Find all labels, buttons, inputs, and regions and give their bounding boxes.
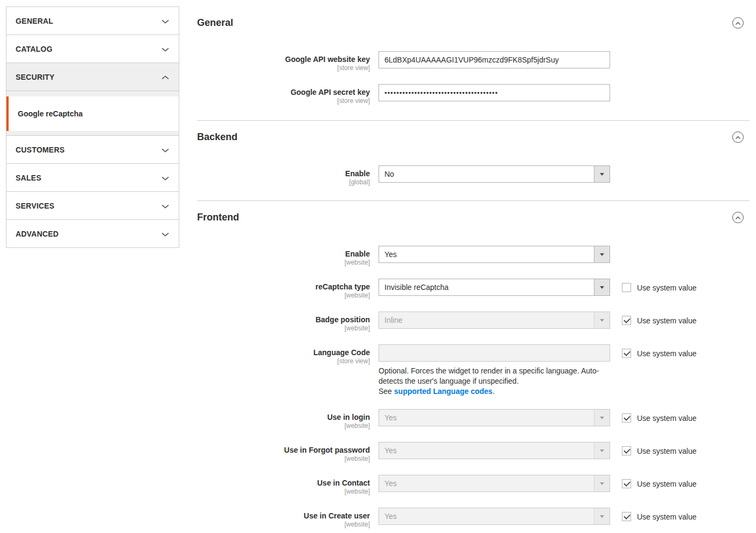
field-note: Optional. Forces the widget to render in… (379, 366, 614, 397)
field-scope: [website] (197, 521, 370, 528)
select-value: Yes (384, 250, 397, 259)
dropdown-arrow-icon (594, 442, 610, 459)
sidebar-section-label: SALES (16, 174, 41, 182)
field-label: Badge position (197, 315, 370, 324)
field-label: Use in Create user (197, 511, 370, 520)
field-row: Use in Create user [website] Yes Use sys… (197, 508, 750, 528)
section-backend: Backend Enable [global] No (197, 121, 750, 201)
field-row: Use in Forgot password [website] Yes Use… (197, 442, 750, 462)
use-system-value-checkbox[interactable] (622, 413, 631, 423)
dropdown-arrow-icon (594, 312, 610, 328)
select-value: Yes (384, 512, 397, 521)
collapse-section-button[interactable] (732, 17, 744, 29)
field-row: Google API secret key [store view] (197, 84, 750, 105)
chevron-down-icon (162, 145, 169, 155)
note-suffix: . (493, 387, 495, 396)
use-in-create-user-select: Yes (379, 508, 610, 525)
field-scope: [website] (197, 455, 370, 462)
sidebar-section-sales[interactable]: SALES (6, 164, 179, 192)
field-row: Badge position [website] Inline Use syst… (197, 312, 750, 332)
field-label: Google API website key (197, 55, 370, 64)
sidebar-item-label: Google reCaptcha (18, 109, 83, 118)
field-scope: [store view] (197, 357, 370, 365)
sidebar-section-customers[interactable]: CUSTOMERS (6, 136, 179, 164)
google-api-secret-key-input[interactable] (379, 84, 610, 101)
sidebar-section-label: CUSTOMERS (16, 146, 65, 154)
use-system-value-checkbox[interactable] (622, 446, 631, 455)
field-row: reCaptcha type [website] Invisible reCap… (197, 279, 750, 299)
field-row: Use in login [website] Yes Use system va… (197, 409, 750, 430)
use-system-value-checkbox[interactable] (622, 479, 631, 488)
select-value: Invisible reCaptcha (384, 283, 449, 292)
sidebar-section-label: SECURITY (16, 73, 54, 81)
sidebar-section-security[interactable]: SECURITY (6, 63, 179, 91)
use-system-value-checkbox[interactable] (622, 349, 631, 358)
section-title-backend: Backend (197, 130, 237, 143)
chevron-up-icon (735, 132, 741, 142)
field-scope: [website] (197, 488, 370, 495)
field-scope: [website] (197, 324, 370, 332)
recaptcha-type-select[interactable]: Invisible reCaptcha (379, 279, 610, 296)
dropdown-arrow-icon (594, 279, 610, 295)
collapse-section-button[interactable] (732, 131, 744, 143)
field-label: Enable (197, 169, 370, 178)
sidebar-section-advanced[interactable]: ADVANCED (6, 220, 179, 248)
section-general: General Google API website key [store vi… (197, 0, 750, 121)
use-system-value-label: Use system value (637, 414, 696, 423)
dropdown-arrow-icon (594, 508, 610, 524)
sidebar-section-label: SERVICES (16, 202, 54, 210)
chevron-down-icon (162, 173, 169, 183)
use-system-value-label: Use system value (637, 513, 696, 521)
chevron-down-icon (162, 16, 169, 26)
section-frontend: Frontend Enable [website] Yes (197, 201, 750, 533)
use-system-value-checkbox[interactable] (622, 316, 631, 325)
section-title-frontend: Frontend (197, 211, 239, 224)
field-scope: [store view] (197, 97, 370, 105)
select-value: No (384, 170, 394, 178)
field-label: reCaptcha type (197, 282, 370, 291)
sidebar-section-services[interactable]: SERVICES (6, 192, 179, 220)
field-scope: [website] (197, 292, 370, 299)
field-row: Enable [global] No (197, 165, 750, 186)
field-scope: [website] (197, 422, 370, 430)
chevron-up-icon (162, 72, 169, 82)
use-system-value-checkbox[interactable] (622, 283, 631, 292)
field-label: Use in login (197, 413, 370, 421)
note-text: Optional. Forces the widget to render in… (379, 366, 599, 385)
use-system-value-checkbox[interactable] (622, 512, 631, 521)
field-scope: [website] (197, 259, 370, 266)
chevron-up-icon (735, 212, 741, 222)
collapse-section-button[interactable] (732, 212, 744, 223)
section-title-general: General (197, 16, 233, 29)
supported-language-codes-link[interactable]: supported Language codes (394, 387, 493, 396)
sidebar-section-label: ADVANCED (16, 230, 59, 238)
field-scope: [global] (197, 178, 370, 186)
config-nav-sidebar: GENERAL CATALOG SECURITY Google reCaptch… (6, 6, 179, 248)
sidebar-section-general[interactable]: GENERAL (6, 7, 179, 35)
sidebar-item-google-recaptcha[interactable]: Google reCaptcha (6, 96, 179, 131)
security-subnav: Google reCaptcha (6, 91, 179, 136)
chevron-down-icon (162, 201, 169, 211)
select-value: Inline (384, 316, 402, 324)
sidebar-section-catalog[interactable]: CATALOG (6, 35, 179, 63)
field-row: Google API website key [store view] (197, 51, 750, 72)
select-value: Yes (384, 446, 397, 455)
backend-enable-select[interactable]: No (379, 165, 610, 183)
chevron-down-icon (162, 229, 169, 239)
google-api-website-key-input[interactable] (379, 51, 610, 68)
config-content: General Google API website key [store vi… (197, 0, 750, 533)
field-label: Language Code (197, 348, 370, 357)
use-in-login-select: Yes (379, 409, 610, 426)
chevron-down-icon (162, 44, 169, 54)
select-value: Yes (384, 413, 397, 422)
field-scope: [store view] (197, 64, 370, 72)
field-row: Language Code [store view] Optional. For… (197, 344, 750, 397)
field-row: Enable [website] Yes (197, 246, 750, 266)
field-label: Use in Contact (197, 479, 370, 487)
select-value: Yes (384, 479, 397, 488)
sidebar-section-label: GENERAL (16, 17, 53, 25)
sidebar-section-label: CATALOG (16, 45, 53, 53)
field-label: Google API secret key (197, 88, 370, 96)
field-row: Use in Contact [website] Yes Use system … (197, 475, 750, 495)
frontend-enable-select[interactable]: Yes (379, 246, 610, 263)
